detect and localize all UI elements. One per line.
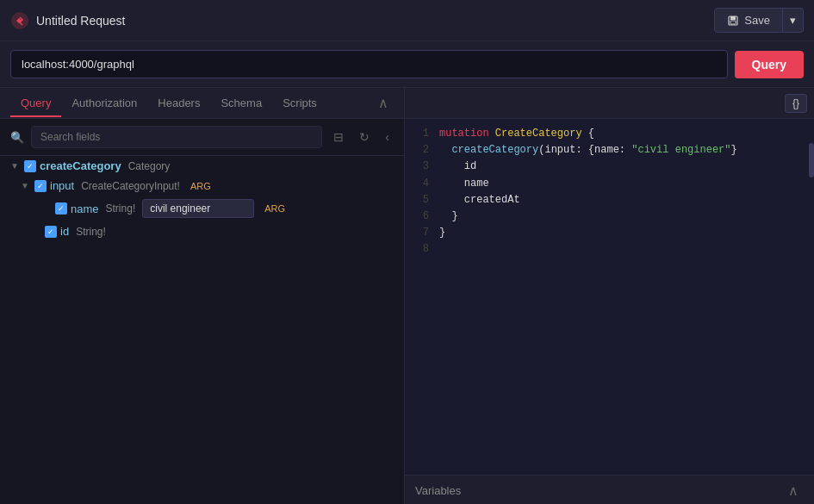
tab-headers[interactable]: Headers bbox=[147, 90, 210, 116]
app-icon bbox=[10, 11, 29, 30]
collapse-variables-button[interactable]: ∧ bbox=[783, 481, 804, 501]
save-dropdown-button[interactable]: ▾ bbox=[783, 8, 804, 33]
fields-panel: 🔍 ⊟ ↻ ‹ ▼ createCategory Category ▼ inpu… bbox=[0, 119, 404, 504]
code-panel: 12345678 mutation CreateCategory { creat… bbox=[405, 119, 814, 475]
tree-id-item: id String! bbox=[0, 221, 404, 241]
tree-name-item: name String! ARG bbox=[0, 196, 404, 221]
top-bar: Untitled Request Save ▾ bbox=[0, 0, 814, 41]
search-input[interactable] bbox=[31, 126, 322, 148]
name-field-input[interactable] bbox=[142, 199, 254, 218]
name-field-name: name bbox=[71, 202, 99, 215]
root-field-name: createCategory bbox=[40, 159, 121, 172]
code-scrollbar[interactable] bbox=[809, 126, 814, 258]
title-area: Untitled Request bbox=[10, 11, 126, 30]
search-bar: 🔍 ⊟ ↻ ‹ bbox=[0, 119, 404, 156]
expand-input-icon[interactable]: ▼ bbox=[21, 181, 31, 190]
input-field-name: input bbox=[50, 179, 74, 192]
code-content: 12345678 mutation CreateCategory { creat… bbox=[405, 119, 814, 265]
code-header: {} bbox=[405, 88, 814, 119]
request-title: Untitled Request bbox=[36, 14, 126, 28]
tree-root-item: ▼ createCategory Category bbox=[0, 156, 404, 176]
name-field-badge: ARG bbox=[264, 203, 285, 214]
code-lines: mutation CreateCategory { createCategory… bbox=[439, 126, 809, 258]
code-scrollbar-thumb bbox=[809, 143, 814, 177]
svg-rect-2 bbox=[730, 16, 736, 20]
query-tabs: Query Authorization Headers Schema Scrip… bbox=[0, 88, 404, 119]
input-checkbox[interactable] bbox=[34, 180, 47, 192]
save-icon bbox=[727, 15, 739, 27]
root-checkbox[interactable] bbox=[24, 160, 36, 172]
input-field-badge: ARG bbox=[190, 181, 211, 191]
refresh-button[interactable]: ↻ bbox=[355, 128, 374, 146]
tree-input-item: ▼ input CreateCategoryInput! ARG bbox=[0, 176, 404, 196]
tab-authorization[interactable]: Authorization bbox=[61, 90, 147, 116]
url-bar: Query bbox=[0, 41, 814, 88]
id-field-name: id bbox=[60, 225, 69, 238]
query-button[interactable]: Query bbox=[735, 51, 804, 78]
code-actions: {} bbox=[785, 94, 807, 113]
variables-label: Variables bbox=[415, 484, 461, 497]
root-field-type: Category bbox=[128, 160, 171, 172]
save-button[interactable]: Save bbox=[714, 8, 783, 33]
right-panel: {} 12345678 mutation CreateCategory { cr… bbox=[405, 88, 814, 504]
left-panel: Query Authorization Headers Schema Scrip… bbox=[0, 88, 405, 504]
url-input[interactable] bbox=[10, 50, 728, 78]
name-field-type: String! bbox=[106, 202, 136, 215]
id-checkbox[interactable] bbox=[45, 226, 57, 238]
collapse-tree-button[interactable]: ‹ bbox=[381, 128, 394, 146]
prettify-button[interactable]: {} bbox=[785, 94, 807, 113]
tab-schema[interactable]: Schema bbox=[210, 90, 272, 116]
main-content: Query Authorization Headers Schema Scrip… bbox=[0, 88, 814, 504]
collapse-panel-button[interactable]: ∧ bbox=[373, 93, 394, 113]
svg-rect-3 bbox=[730, 21, 736, 24]
search-icon: 🔍 bbox=[10, 131, 24, 144]
id-field-type: String! bbox=[76, 226, 106, 238]
expand-root-icon[interactable]: ▼ bbox=[10, 161, 21, 171]
tabs-right: ∧ bbox=[373, 93, 394, 113]
filter-button[interactable]: ⊟ bbox=[329, 128, 348, 146]
input-field-type: CreateCategoryInput! bbox=[81, 180, 180, 192]
name-checkbox[interactable] bbox=[55, 202, 67, 215]
tab-query[interactable]: Query bbox=[10, 90, 61, 116]
line-numbers: 12345678 bbox=[405, 126, 439, 258]
save-area: Save ▾ bbox=[714, 8, 804, 33]
tab-scripts[interactable]: Scripts bbox=[272, 90, 327, 116]
variables-section: Variables ∧ bbox=[405, 475, 814, 504]
